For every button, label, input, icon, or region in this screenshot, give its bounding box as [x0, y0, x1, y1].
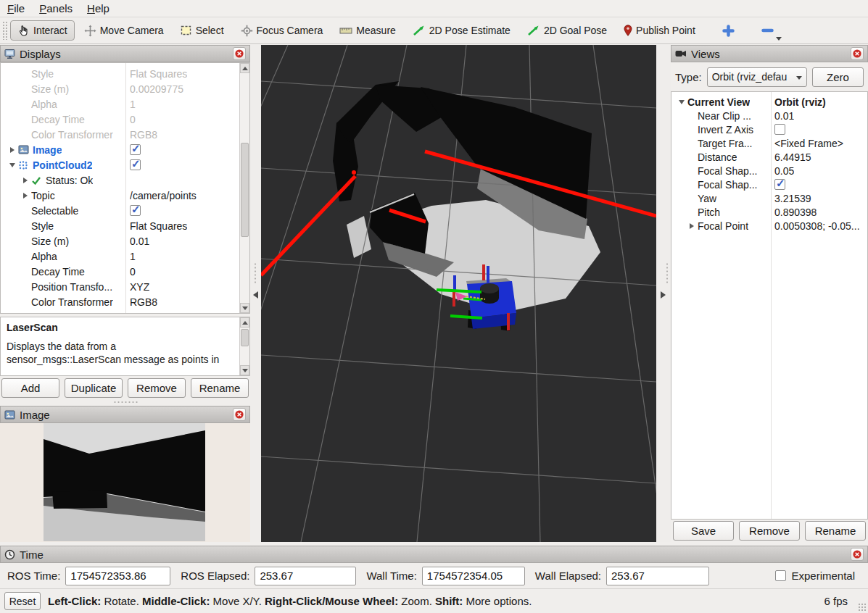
- property-value[interactable]: 0.0050308; -0.05...: [774, 220, 860, 232]
- tool-button-plus-icon[interactable]: [715, 20, 742, 41]
- views-rename-button[interactable]: Rename: [805, 521, 866, 541]
- property-value[interactable]: RGB8: [130, 296, 157, 308]
- view-type-select[interactable]: Orbit (rviz_defau: [707, 67, 807, 87]
- menu-item-panels[interactable]: Panels: [32, 0, 80, 17]
- displays-rename-button[interactable]: Rename: [191, 378, 249, 398]
- expand-arrow-icon[interactable]: [679, 100, 685, 104]
- tree-row-color-transformer[interactable]: Color TransformerRGB8: [1, 294, 249, 309]
- property-value[interactable]: /camera/points: [130, 190, 197, 201]
- tree-row-style[interactable]: StyleFlat Squares: [1, 66, 249, 81]
- menu-item-help[interactable]: Help: [80, 0, 117, 17]
- tool-button-select[interactable]: Select: [173, 20, 231, 41]
- views-close-button[interactable]: [851, 47, 864, 60]
- expand-arrow-icon[interactable]: [9, 163, 15, 167]
- property-value[interactable]: 0.890398: [774, 207, 817, 218]
- tree-row-distance[interactable]: Distance6.44915: [671, 150, 867, 164]
- tool-button-interact[interactable]: Interact: [10, 20, 75, 41]
- tree-row-invert-z-axis[interactable]: Invert Z Axis: [671, 122, 867, 136]
- scroll-thumb[interactable]: [241, 143, 249, 237]
- tree-row-focal-shap[interactable]: Focal Shap...0.05: [671, 164, 867, 178]
- checkbox-selectable[interactable]: [130, 205, 141, 216]
- wall-time-input[interactable]: [422, 567, 525, 585]
- tree-row-near-clip[interactable]: Near Clip ...0.01: [671, 109, 867, 122]
- expand-arrow-icon[interactable]: [23, 178, 28, 183]
- tree-row-image[interactable]: Image: [1, 142, 249, 157]
- ros-time-input[interactable]: [65, 567, 170, 585]
- displays-add-button[interactable]: Add: [1, 378, 59, 398]
- tree-row-target-fra[interactable]: Target Fra...<Fixed Frame>: [671, 136, 867, 150]
- reset-button[interactable]: Reset: [4, 592, 41, 610]
- tool-button-move-camera[interactable]: Move Camera: [77, 20, 171, 41]
- expand-arrow-icon[interactable]: [23, 193, 28, 199]
- tool-button-2d-pose-estimate[interactable]: 2D Pose Estimate: [405, 20, 518, 41]
- tree-row-pitch[interactable]: Pitch0.890398: [671, 205, 867, 219]
- scroll-down-icon[interactable]: [240, 365, 249, 375]
- tool-button-2d-goal-pose[interactable]: 2D Goal Pose: [520, 20, 614, 41]
- render-viewport-3d[interactable]: [261, 45, 656, 542]
- property-value[interactable]: 0: [130, 114, 136, 125]
- property-value[interactable]: 0.00209775: [130, 83, 183, 95]
- scroll-down-icon[interactable]: [240, 303, 249, 313]
- views-remove-button[interactable]: Remove: [739, 521, 800, 541]
- tree-row-selectable[interactable]: Selectable: [1, 203, 249, 218]
- property-value[interactable]: <Fixed Frame>: [774, 138, 843, 149]
- displays-close-button[interactable]: [233, 47, 246, 60]
- tree-row-alpha[interactable]: Alpha1: [1, 249, 249, 264]
- tree-row-alpha[interactable]: Alpha1: [1, 96, 249, 112]
- displays-remove-button[interactable]: Remove: [128, 378, 186, 398]
- tree-row-decay-time[interactable]: Decay Time0: [1, 264, 249, 279]
- experimental-checkbox[interactable]: [775, 570, 786, 581]
- tree-row-size-m[interactable]: Size (m)0.00209775: [1, 81, 249, 96]
- property-value[interactable]: XYZ: [130, 281, 149, 293]
- splitter-right[interactable]: [656, 45, 671, 542]
- wall-elapsed-input[interactable]: [606, 567, 709, 585]
- time-close-button[interactable]: [851, 548, 864, 561]
- splitter-left[interactable]: [250, 45, 261, 542]
- dropdown-arrow-icon[interactable]: [776, 37, 782, 41]
- tree-row-style[interactable]: StyleFlat Squares: [1, 218, 249, 233]
- checkbox-focal-shap[interactable]: [774, 179, 785, 190]
- property-value[interactable]: 6.44915: [774, 151, 811, 163]
- tree-row-yaw[interactable]: Yaw3.21539: [671, 191, 867, 205]
- views-save-button[interactable]: Save: [673, 521, 734, 541]
- property-value[interactable]: Orbit (rviz): [774, 96, 826, 108]
- property-value[interactable]: 0.05: [774, 165, 794, 177]
- tool-button-publish-point[interactable]: Publish Point: [616, 20, 703, 41]
- tree-row-color-transformer[interactable]: Color TransformerRGB8: [1, 127, 249, 142]
- property-value[interactable]: Flat Squares: [130, 68, 187, 80]
- property-value[interactable]: 0.01: [130, 235, 149, 247]
- ros-elapsed-input[interactable]: [255, 567, 356, 585]
- tree-row-decay-time[interactable]: Decay Time0: [1, 112, 249, 127]
- scroll-thumb[interactable]: [241, 329, 249, 346]
- property-value[interactable]: 3.21539: [774, 193, 811, 204]
- checkbox-pointcloud2[interactable]: [130, 159, 141, 170]
- tree-row-current-view[interactable]: Current ViewOrbit (rviz): [671, 95, 867, 109]
- scroll-up-icon[interactable]: [240, 63, 249, 73]
- tree-row-topic[interactable]: Topic/camera/points: [1, 188, 249, 203]
- tree-row-pointcloud2[interactable]: PointCloud2: [1, 157, 249, 172]
- tool-button-minus-icon[interactable]: [754, 20, 781, 41]
- tree-row-status-ok[interactable]: Status: Ok: [1, 172, 249, 188]
- property-value[interactable]: 0: [130, 266, 136, 278]
- property-value[interactable]: Flat Squares: [130, 220, 187, 232]
- collapse-left-icon[interactable]: [253, 291, 258, 299]
- tool-button-focus-camera[interactable]: Focus Camera: [233, 20, 331, 41]
- checkbox-image[interactable]: [130, 144, 141, 155]
- tool-button-measure[interactable]: Measure: [332, 20, 402, 41]
- resize-grip[interactable]: [858, 603, 867, 612]
- tree-row-position-transfo[interactable]: Position Transfo...XYZ: [1, 279, 249, 294]
- property-value[interactable]: RGB8: [130, 129, 157, 141]
- expand-arrow-icon[interactable]: [690, 223, 694, 229]
- scroll-up-icon[interactable]: [240, 317, 249, 328]
- image-close-button[interactable]: [233, 408, 246, 421]
- panel-splitter[interactable]: [0, 399, 250, 405]
- collapse-right-icon[interactable]: [661, 291, 666, 299]
- zero-button[interactable]: Zero: [812, 67, 864, 87]
- tree-row-size-m[interactable]: Size (m)0.01: [1, 233, 249, 249]
- displays-duplicate-button[interactable]: Duplicate: [65, 378, 123, 398]
- tree-row-focal-shap[interactable]: Focal Shap...: [671, 178, 867, 191]
- property-value[interactable]: 1: [130, 251, 136, 262]
- tree-row-focal-point[interactable]: Focal Point0.0050308; -0.05...: [671, 219, 867, 233]
- property-value[interactable]: 1: [130, 99, 136, 110]
- checkbox-invert-z-axis[interactable]: [774, 124, 785, 135]
